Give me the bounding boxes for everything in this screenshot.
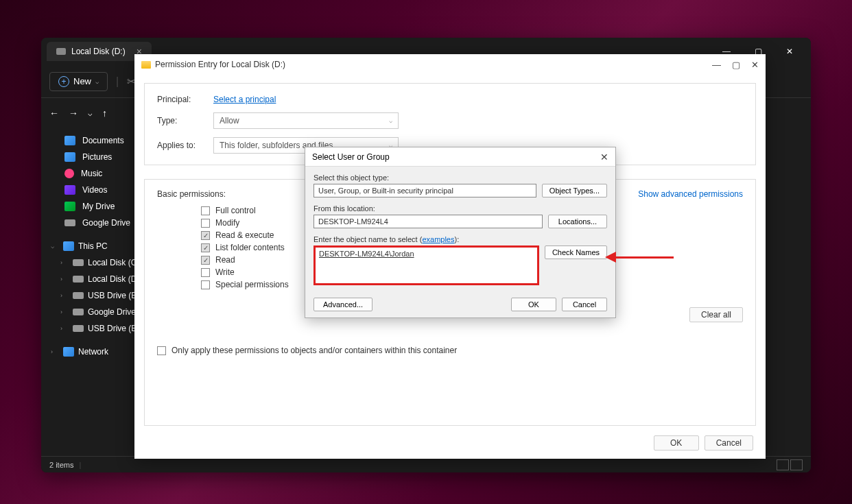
dialog-title: Permission Entry for Local Disk (D:) [155, 60, 285, 69]
new-button[interactable]: + New ⌵ [49, 72, 108, 91]
item-count: 2 items [49, 461, 73, 469]
permission-label: Modify [215, 218, 239, 228]
object-name-label: Enter the object name to select (example… [313, 235, 607, 243]
folder-icon [64, 202, 75, 211]
chevron-right-icon: › [60, 309, 69, 315]
permission-label: Full control [215, 206, 256, 215]
select-user-titlebar: Select User or Group ✕ [305, 147, 615, 167]
checkbox[interactable] [201, 219, 210, 228]
tab-title: Local Disk (D:) [71, 47, 126, 56]
details-view-icon[interactable] [777, 459, 789, 470]
clear-all-button[interactable]: Clear all [689, 307, 743, 322]
select-user-dialog: Select User or Group ✕ Select this objec… [305, 147, 616, 318]
cancel-button[interactable]: Cancel [705, 435, 753, 451]
plus-icon: + [58, 76, 69, 87]
checkbox[interactable]: ✓ [201, 256, 210, 265]
advanced-button[interactable]: Advanced... [313, 298, 372, 311]
folder-icon [64, 169, 74, 178]
folder-icon [141, 61, 151, 69]
type-label: Type: [157, 116, 213, 125]
minimize-button[interactable]: — [712, 60, 721, 70]
type-select[interactable]: Allow ⌵ [213, 112, 399, 129]
object-types-button[interactable]: Object Types... [542, 184, 607, 197]
drive-icon [73, 309, 84, 315]
drive-icon [56, 48, 66, 55]
drive-icon [73, 292, 84, 299]
only-apply-label: Only apply these permissions to objects … [171, 346, 457, 355]
chevron-right-icon: › [60, 325, 69, 332]
pc-icon [63, 241, 74, 251]
advanced-permissions-link[interactable]: Show advanced permissions [638, 189, 743, 199]
drive-icon [73, 325, 84, 332]
drive-icon [73, 276, 84, 283]
permission-titlebar: Permission Entry for Local Disk (D:) — ▢… [134, 54, 766, 75]
examples-link[interactable]: examples [422, 235, 454, 243]
chevron-down-icon: ⌵ [95, 78, 99, 85]
permission-label: Special permissions [215, 280, 289, 289]
object-type-label: Select this object type: [313, 173, 607, 182]
dialog-title: Select User or Group [312, 152, 390, 162]
network-icon [63, 347, 74, 357]
checkbox[interactable] [201, 280, 210, 289]
chevron-right-icon: › [60, 292, 69, 299]
permission-label: Write [215, 267, 235, 277]
locations-button[interactable]: Locations... [548, 215, 607, 228]
checkbox[interactable]: ✓ [201, 243, 210, 252]
ok-button[interactable]: OK [511, 298, 556, 311]
permission-label: Read [215, 255, 235, 265]
folder-icon [64, 152, 75, 162]
checkbox[interactable] [201, 206, 210, 215]
close-icon[interactable]: ✕ [600, 152, 608, 163]
chevron-right-icon: › [60, 276, 69, 283]
folder-icon [64, 136, 75, 145]
principal-label: Principal: [157, 95, 213, 104]
chevron-right-icon: › [60, 259, 69, 266]
object-name-input[interactable]: DESKTOP-LM924L4\Jordan [313, 245, 539, 285]
annotation-arrow [615, 256, 674, 259]
checkbox[interactable]: ✓ [201, 231, 210, 240]
location-label: From this location: [313, 204, 607, 213]
close-button[interactable]: ✕ [774, 40, 805, 62]
permission-label: Read & execute [215, 230, 274, 240]
maximize-button[interactable]: ▢ [732, 60, 740, 70]
select-principal-link[interactable]: Select a principal [213, 95, 276, 104]
checkbox[interactable] [201, 268, 210, 277]
up-icon[interactable]: ↑ [102, 108, 107, 119]
check-names-button[interactable]: Check Names [545, 245, 607, 259]
object-type-field: User, Group, or Built-in security princi… [313, 184, 536, 197]
chevron-down-icon: ⌵ [389, 117, 392, 124]
chevron-down-icon: ⌵ [51, 243, 59, 250]
applies-label: Applies to: [157, 141, 213, 150]
chevron-right-icon: › [51, 348, 59, 355]
forward-icon[interactable]: → [69, 108, 78, 119]
ok-button[interactable]: OK [654, 435, 699, 451]
thumbnails-view-icon[interactable] [790, 459, 803, 470]
back-icon[interactable]: ← [49, 108, 59, 119]
location-field: DESKTOP-LM924L4 [313, 215, 543, 228]
folder-icon [64, 219, 75, 226]
folder-icon [64, 185, 75, 195]
cancel-button[interactable]: Cancel [562, 298, 607, 311]
drive-icon [73, 259, 84, 266]
permission-label: List folder contents [215, 243, 285, 252]
only-apply-checkbox[interactable] [157, 346, 166, 355]
close-button[interactable]: ✕ [751, 60, 759, 70]
chevron-down-icon[interactable]: ⌵ [88, 109, 93, 118]
